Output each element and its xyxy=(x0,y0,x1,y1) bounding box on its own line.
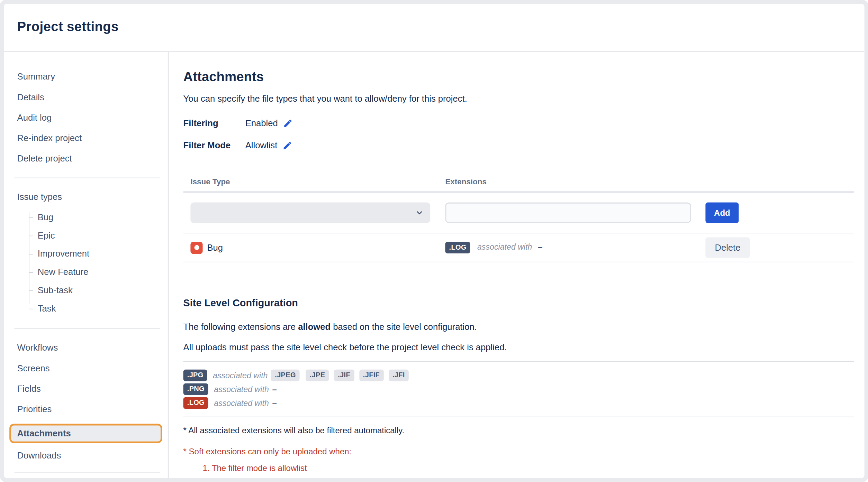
sidebar-item-issue-type-epic[interactable]: Epic xyxy=(38,230,162,242)
extension-tag: .LOG xyxy=(445,242,470,253)
extension-input[interactable] xyxy=(445,203,691,223)
associated-value: – xyxy=(538,242,542,251)
associated-extension-tag: .JFIF xyxy=(359,370,384,381)
soft-extensions-warning-title: * Soft extensions can only be uploaded w… xyxy=(183,445,854,457)
footnotes: * All associated extensions will also be… xyxy=(183,424,854,478)
associated-value: – xyxy=(272,398,277,408)
associated-value: – xyxy=(272,384,277,394)
associated-with-text: associated with xyxy=(213,371,268,380)
column-header-extensions: Extensions xyxy=(445,177,705,186)
filter-mode-value: Allowlist xyxy=(245,140,277,150)
sidebar-divider xyxy=(15,328,160,329)
sidebar-item-issue-type-new-feature[interactable]: New Feature xyxy=(38,266,162,278)
sidebar-item-attachments-selected[interactable]: Attachments xyxy=(9,424,162,443)
sidebar-item-issue-type-sub-task[interactable]: Sub-task xyxy=(38,284,162,296)
associated-extension-tag: .JPEG xyxy=(271,370,300,381)
page-title: Project settings xyxy=(17,19,865,34)
associated-with-text: associated with xyxy=(214,399,269,408)
table-header-row: Issue Type Extensions xyxy=(183,170,854,193)
add-extension-form-row: Add xyxy=(183,193,854,233)
footnote-associated: * All associated extensions will also be… xyxy=(183,424,854,436)
edit-pencil-icon[interactable] xyxy=(283,118,293,128)
filter-mode-label: Filter Mode xyxy=(183,140,245,150)
extension-tag: .JPG xyxy=(183,370,207,381)
site-level-configuration-section: Site Level Configuration The following e… xyxy=(183,297,854,478)
filtering-label: Filtering xyxy=(183,118,245,128)
settings-sidebar: Summary Details Audit log Re-index proje… xyxy=(4,52,169,478)
associated-extension-tag: .JPE xyxy=(306,370,329,381)
extension-tag: .PNG xyxy=(183,383,209,395)
filter-mode-field: Filter Mode Allowlist xyxy=(183,140,854,150)
sidebar-item-details[interactable]: Details xyxy=(17,91,162,103)
sidebar-item-audit-log[interactable]: Audit log xyxy=(17,112,162,124)
delete-button[interactable]: Delete xyxy=(705,237,750,258)
list-item: .LOG associated with – xyxy=(183,396,854,410)
issue-type-name: Bug xyxy=(207,243,223,253)
sidebar-item-reindex-project[interactable]: Re-index project xyxy=(17,132,162,144)
section-divider xyxy=(183,417,854,417)
sidebar-item-issue-type-bug[interactable]: Bug xyxy=(38,211,162,223)
site-config-line1: The following extensions are allowed bas… xyxy=(183,321,854,333)
site-config-line2: All uploads must pass the site level che… xyxy=(183,341,854,353)
sidebar-item-workflows[interactable]: Workflows xyxy=(17,342,162,354)
extension-tag-soft: .LOG xyxy=(183,397,209,409)
screenshot-frame: Project settings Summary Details Audit l… xyxy=(0,0,868,482)
table-row: Bug .LOG associated with – Delete xyxy=(183,233,854,262)
sidebar-item-screens[interactable]: Screens xyxy=(17,362,162,374)
sidebar-divider xyxy=(15,178,160,178)
associated-extension-tag: .JFI xyxy=(389,370,409,381)
soft-extensions-warning-item: 1. The filter mode is allowlist xyxy=(183,462,854,474)
sidebar-item-priorities[interactable]: Priorities xyxy=(17,403,162,415)
sidebar-divider xyxy=(15,472,160,473)
bug-issue-type-icon xyxy=(190,241,202,253)
add-button[interactable]: Add xyxy=(705,203,739,223)
associated-with-text: associated with xyxy=(214,385,269,394)
project-settings-panel: Project settings Summary Details Audit l… xyxy=(4,4,864,478)
associated-with-text: associated with xyxy=(477,242,532,251)
filtering-field: Filtering Enabled xyxy=(183,118,854,128)
section-divider xyxy=(183,361,854,362)
issue-types-tree: Bug Epic Improvement New Feature Sub-tas… xyxy=(29,211,162,315)
sidebar-item-issue-type-task[interactable]: Task xyxy=(38,303,162,315)
sidebar-item-issue-type-improvement[interactable]: Improvement xyxy=(38,248,162,260)
sidebar-item-summary[interactable]: Summary xyxy=(17,71,162,83)
list-item: .PNG associated with – xyxy=(183,382,854,396)
sidebar-item-downloads[interactable]: Downloads xyxy=(17,450,162,462)
column-header-issue-type: Issue Type xyxy=(190,177,445,186)
attachments-settings-content: Attachments You can specify the file typ… xyxy=(169,52,865,478)
edit-pencil-icon[interactable] xyxy=(282,140,292,150)
sidebar-item-fields[interactable]: Fields xyxy=(17,383,162,395)
site-config-title: Site Level Configuration xyxy=(183,297,854,310)
allowed-emphasis: allowed xyxy=(298,322,331,331)
sidebar-item-delete-project[interactable]: Delete project xyxy=(17,153,162,165)
filtering-value: Enabled xyxy=(245,118,278,128)
section-subtitle: You can specify the file types that you … xyxy=(183,93,854,105)
extensions-table: Issue Type Extensions xyxy=(183,170,854,262)
site-extension-list: .JPG associated with .JPEG .JPE .JIF .JF… xyxy=(183,369,854,410)
section-title: Attachments xyxy=(183,68,854,85)
sidebar-group-issue-types[interactable]: Issue types xyxy=(17,191,162,203)
issue-type-select[interactable] xyxy=(190,203,430,223)
page-header: Project settings xyxy=(4,4,864,52)
list-item: .JPG associated with .JPEG .JPE .JIF .JF… xyxy=(183,369,854,382)
associated-extension-tag: .JIF xyxy=(334,370,354,381)
